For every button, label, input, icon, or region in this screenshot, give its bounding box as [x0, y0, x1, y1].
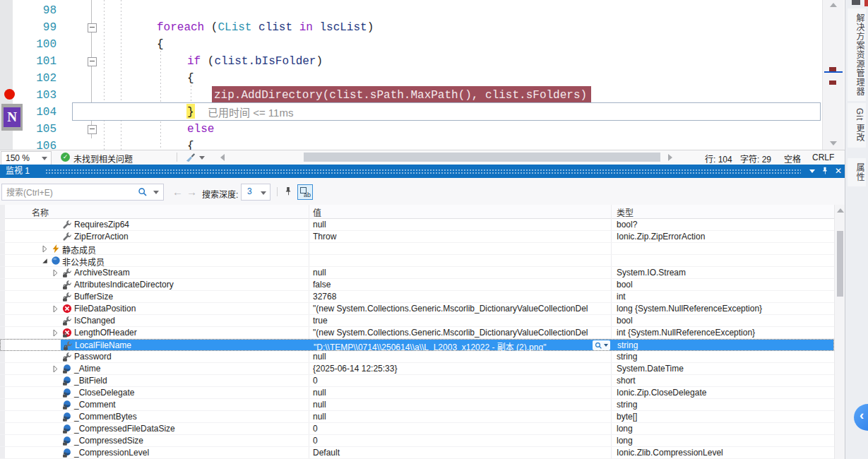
table-row[interactable]: IsChanged true bool: [0, 315, 834, 327]
cleanup-broom-icon[interactable]: [185, 153, 196, 163]
table-row[interactable]: _CommentBytes null byte[]: [0, 411, 834, 423]
watch-type: bool?: [617, 220, 831, 230]
watch-value: null: [313, 352, 606, 362]
watch-name: _CompressedSize: [74, 436, 143, 446]
chevron-down-icon[interactable]: [199, 156, 205, 160]
back-arrow-icon[interactable]: ←: [172, 186, 183, 198]
magnifier-icon: [595, 342, 602, 350]
watch-name: Password: [74, 352, 112, 362]
column-header-value[interactable]: 值: [313, 206, 321, 218]
scroll-right-icon[interactable]: [668, 154, 672, 161]
problems-status: 未找到相关问题: [73, 153, 133, 165]
watch-search-box[interactable]: [1, 184, 164, 201]
watch-type: Ionic.Zip.CloseDelegate: [617, 388, 831, 398]
code-editor[interactable]: 98 99 100 101 102 103 104 105 106 foreac…: [0, 0, 845, 150]
table-row[interactable]: _CompressedFileDataSize 0 long: [0, 423, 834, 435]
spaces-indicator[interactable]: 空格: [784, 153, 801, 165]
scroll-up-icon[interactable]: [830, 3, 837, 7]
non-public-members-icon: [51, 256, 61, 266]
column-header-name[interactable]: 名称: [32, 206, 49, 218]
scroll-up-icon[interactable]: [837, 208, 844, 213]
table-row[interactable]: _Comment null string: [0, 399, 834, 411]
table-row[interactable]: AttributesIndicateDirectory false bool: [0, 279, 834, 291]
expand-arrow-icon[interactable]: [51, 304, 60, 314]
watch-value: 0: [313, 436, 606, 446]
watch-value: "D:\\TEMP\\0714\\250614\\a\\L_L2003_x120…: [314, 340, 588, 352]
pin-panel-button[interactable]: [819, 165, 831, 178]
health-check-icon[interactable]: ✓: [61, 153, 70, 162]
watch-type: System.DateTime: [617, 364, 831, 374]
search-input[interactable]: [5, 186, 128, 199]
window-position-menu-button[interactable]: [807, 165, 818, 178]
tab-git-changes[interactable]: Git 更改: [848, 103, 866, 148]
private-field-icon: [62, 424, 72, 434]
floating-app-icon[interactable]: N: [1, 104, 23, 131]
table-row[interactable]: _BitField 0 short: [0, 375, 834, 387]
error-icon: [62, 304, 72, 314]
table-row[interactable]: _CompressionLevel Default Ionic.Zlib.Com…: [0, 447, 834, 459]
table-row[interactable]: Password null string: [0, 351, 834, 363]
collapse-arrow-icon[interactable]: [40, 256, 49, 266]
pin-properties-button[interactable]: [281, 184, 295, 198]
table-row[interactable]: 非公共成员: [0, 255, 834, 267]
line-number: 98: [14, 2, 57, 19]
table-row-selected[interactable]: LocalFileName "D:\\TEMP\\0714\\250614\\a…: [0, 339, 834, 351]
horizontal-scrollbar-thumb[interactable]: [304, 153, 660, 162]
watch-panel-titlebar[interactable]: 监视 1 ✕: [0, 165, 845, 178]
close-panel-button[interactable]: ✕: [833, 165, 844, 178]
search-depth-select[interactable]: 3: [241, 184, 270, 201]
app-window: 98 99 100 101 102 103 104 105 106 foreac…: [0, 0, 868, 459]
line-ending-indicator[interactable]: CRLF: [812, 153, 834, 162]
column-indicator: 字符: 29: [740, 153, 771, 165]
watch-name: _CompressedFileDataSize: [74, 424, 175, 434]
watch-name: ZipErrorAction: [74, 232, 129, 242]
column-header-type[interactable]: 类型: [617, 206, 634, 218]
scrollbar-thumb[interactable]: [837, 231, 843, 297]
watch-vertical-scrollbar[interactable]: [834, 205, 845, 459]
expand-arrow-icon[interactable]: [51, 268, 60, 278]
watch-type: Ionic.Zlib.CompressionLevel: [617, 448, 831, 458]
forward-arrow-icon[interactable]: →: [186, 186, 197, 198]
line-indicator: 行: 104: [705, 153, 732, 165]
search-depth-label: 搜索深度:: [202, 188, 238, 200]
table-row[interactable]: RequiresZip64 null bool?: [0, 219, 834, 231]
watch-type: int {System.NullReferenceException}: [617, 328, 831, 338]
watch-name: _Comment: [74, 400, 116, 410]
expand-arrow-icon[interactable]: [51, 364, 60, 374]
chevron-down-icon[interactable]: [153, 191, 159, 194]
table-row[interactable]: ArchiveStream null System.IO.Stream: [0, 267, 834, 279]
breakpoint-indicator[interactable]: [4, 89, 15, 100]
drag-grip: [45, 169, 801, 174]
property-icon: [62, 220, 72, 230]
table-row[interactable]: ZipErrorAction Throw Ionic.Zip.ZipErrorA…: [0, 231, 834, 243]
table-row[interactable]: _CloseDelegate null Ionic.Zip.CloseDeleg…: [0, 387, 834, 399]
text-visualizer-button[interactable]: [593, 340, 610, 350]
table-row[interactable]: BufferSize 32768 int: [0, 291, 834, 303]
pin-icon: [821, 167, 829, 175]
close-icon: ✕: [835, 166, 842, 176]
format-specifier-toggle[interactable]: ab: [297, 184, 313, 200]
scroll-left-icon[interactable]: [220, 154, 225, 161]
table-row[interactable]: 静态成员: [0, 243, 834, 255]
watch-name: AttributesIndicateDirectory: [74, 280, 174, 290]
expand-arrow-icon[interactable]: [51, 328, 60, 338]
expand-arrow-icon[interactable]: [40, 244, 49, 254]
table-row[interactable]: LengthOfHeader "(new System.Collections.…: [0, 327, 834, 339]
watch-type: short: [617, 376, 831, 386]
table-row[interactable]: _CompressedSize 0 long: [0, 435, 834, 447]
code-line: if (clist.bIsFolder): [0, 53, 819, 70]
watch-value: {2025-06-14 12:25:33}: [313, 364, 606, 374]
tab-solution-explorer[interactable]: 解决方案资源管理器: [848, 8, 866, 101]
watch-name: _Atime: [74, 364, 100, 374]
table-row[interactable]: FileDataPosition "(new System.Collection…: [0, 303, 834, 315]
table-row[interactable]: _Atime {2025-06-14 12:25:33} System.Date…: [0, 363, 834, 375]
zoom-selector[interactable]: 150 %: [1, 151, 52, 165]
editor-vertical-scrollbar[interactable]: [822, 0, 844, 150]
chevron-down-icon: [261, 191, 266, 195]
watch-value: false: [313, 280, 606, 290]
tab-properties[interactable]: 属性: [848, 158, 866, 186]
scroll-down-icon[interactable]: [830, 141, 837, 145]
pin-icon: [283, 186, 293, 196]
property-icon: [62, 232, 72, 242]
code-line: zip.AddDirectory(clist.sPath.MaxPath(), …: [0, 87, 819, 104]
